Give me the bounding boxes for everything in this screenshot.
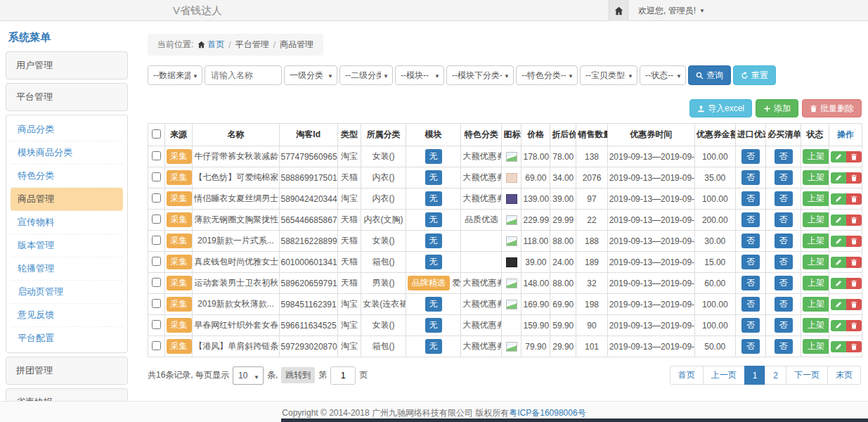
edit-button[interactable]	[831, 341, 846, 352]
page-number-input[interactable]	[330, 366, 356, 385]
user-menu[interactable]: 欢迎您, 管理员! ▼	[638, 5, 705, 17]
status-toggle[interactable]: 上架	[803, 255, 829, 269]
import-optimal-toggle[interactable]: 否	[741, 297, 760, 312]
row-checkbox[interactable]	[152, 257, 161, 266]
edit-button[interactable]	[831, 236, 846, 247]
page-2-button[interactable]: 2	[765, 366, 786, 385]
import-optimal-toggle[interactable]: 否	[741, 170, 760, 185]
row-checkbox[interactable]	[152, 215, 161, 224]
edit-button[interactable]	[831, 193, 846, 205]
status-toggle[interactable]: 上架	[803, 318, 829, 333]
must-buy-toggle[interactable]: 否	[775, 234, 793, 248]
breadcrumb-home-link[interactable]: 首页	[197, 39, 224, 51]
row-checkbox[interactable]	[152, 172, 161, 181]
delete-button[interactable]	[846, 341, 862, 352]
search-button[interactable]: 查询	[688, 65, 731, 85]
icp-link[interactable]: 粤ICP备16098006号	[509, 408, 585, 418]
must-buy-toggle[interactable]: 否	[775, 339, 793, 354]
edit-button[interactable]	[831, 278, 846, 289]
status-toggle[interactable]: 上架	[803, 339, 829, 354]
status-toggle[interactable]: 上架	[803, 170, 829, 185]
add-button[interactable]: 添加	[756, 99, 798, 117]
home-button[interactable]	[609, 0, 628, 21]
sidebar-item-version-management[interactable]: 版本管理	[11, 234, 123, 257]
module-none-badge[interactable]: 无	[425, 170, 442, 185]
status-toggle[interactable]: 上架	[803, 276, 829, 290]
import-optimal-toggle[interactable]: 否	[741, 255, 760, 269]
sidebar-item-splash-management[interactable]: 启动页管理	[11, 281, 123, 304]
edit-button[interactable]	[831, 215, 846, 226]
delete-button[interactable]	[846, 320, 862, 331]
sidebar-item-feedback[interactable]: 意见反馈	[11, 304, 123, 327]
prev-page-button[interactable]: 上一页	[703, 366, 745, 385]
import-optimal-toggle[interactable]: 否	[741, 191, 760, 206]
import-optimal-toggle[interactable]: 否	[741, 212, 760, 227]
sidebar-item-carousel-management[interactable]: 轮播管理	[11, 257, 123, 281]
page-size-select[interactable]: 10▼	[233, 366, 264, 385]
filter-status-select[interactable]: --状态--▼	[640, 65, 686, 85]
sidebar-item-module-goods-category[interactable]: 模块商品分类	[11, 141, 123, 165]
status-toggle[interactable]: 上架	[803, 234, 829, 248]
delete-button[interactable]	[846, 299, 862, 310]
must-buy-toggle[interactable]: 否	[775, 255, 793, 269]
module-none-badge[interactable]: 无	[425, 149, 442, 164]
module-none-badge[interactable]: 无	[425, 318, 442, 333]
must-buy-toggle[interactable]: 否	[775, 149, 793, 164]
last-page-button[interactable]: 末页	[827, 366, 861, 385]
batch-delete-button[interactable]: 批量删除	[802, 99, 862, 117]
row-checkbox[interactable]	[152, 193, 161, 203]
sidebar-item-goods-management[interactable]: 商品管理	[11, 188, 123, 211]
delete-button[interactable]	[846, 257, 862, 268]
filter-level2-category-select[interactable]: --二级分类--▼	[339, 65, 393, 85]
module-none-badge[interactable]: 无	[425, 255, 442, 269]
select-all-checkbox[interactable]	[152, 129, 161, 139]
row-checkbox[interactable]	[152, 151, 161, 160]
filter-module-select[interactable]: --模块--▼	[395, 65, 444, 85]
status-toggle[interactable]: 上架	[803, 212, 829, 227]
filter-level1-category-select[interactable]: 一级分类▼	[284, 65, 337, 85]
reset-button[interactable]: 重置	[733, 65, 776, 85]
row-checkbox[interactable]	[152, 236, 161, 245]
status-toggle[interactable]: 上架	[803, 191, 829, 206]
sidebar-item-user-management[interactable]: 用户管理	[6, 51, 128, 79]
must-buy-toggle[interactable]: 否	[775, 297, 793, 312]
module-none-badge[interactable]: 无	[425, 297, 442, 312]
delete-button[interactable]	[846, 151, 862, 162]
jump-button[interactable]: 跳转到	[281, 367, 315, 383]
filter-module-sub-select[interactable]: --模块下分类--▼	[446, 65, 514, 85]
row-checkbox[interactable]	[152, 320, 161, 329]
filter-data-source-select[interactable]: --数据来源--▼	[148, 65, 202, 85]
import-optimal-toggle[interactable]: 否	[741, 339, 760, 354]
import-optimal-toggle[interactable]: 否	[741, 149, 760, 164]
page-1-button[interactable]: 1	[744, 366, 766, 385]
import-optimal-toggle[interactable]: 否	[741, 234, 760, 248]
must-buy-toggle[interactable]: 否	[775, 191, 793, 206]
row-checkbox[interactable]	[152, 299, 161, 308]
row-checkbox[interactable]	[152, 278, 161, 287]
import-excel-button[interactable]: 导入excel	[689, 99, 752, 117]
delete-button[interactable]	[846, 172, 862, 184]
module-brand-badge[interactable]: 品牌精选	[408, 276, 450, 290]
module-none-badge[interactable]: 无	[425, 234, 442, 248]
edit-button[interactable]	[831, 257, 846, 268]
row-checkbox[interactable]	[152, 341, 161, 350]
module-none-badge[interactable]: 无	[425, 212, 442, 227]
module-none-badge[interactable]: 无	[425, 191, 442, 206]
breadcrumb-platform[interactable]: 平台管理	[235, 39, 269, 51]
sidebar-item-platform-config[interactable]: 平台配置	[11, 327, 123, 350]
next-page-button[interactable]: 下一页	[786, 366, 828, 385]
status-toggle[interactable]: 上架	[803, 297, 829, 312]
must-buy-toggle[interactable]: 否	[775, 212, 793, 227]
import-optimal-toggle[interactable]: 否	[741, 276, 760, 290]
delete-button[interactable]	[846, 193, 862, 205]
import-optimal-toggle[interactable]: 否	[741, 318, 760, 333]
delete-button[interactable]	[846, 278, 862, 289]
sidebar-item-group-buy[interactable]: 拼团管理	[6, 357, 128, 385]
must-buy-toggle[interactable]: 否	[775, 318, 793, 333]
delete-button[interactable]	[846, 215, 862, 226]
must-buy-toggle[interactable]: 否	[775, 170, 793, 185]
edit-button[interactable]	[831, 320, 846, 331]
sidebar-item-discount-news[interactable]: 省惠快报	[6, 388, 128, 401]
delete-button[interactable]	[846, 236, 862, 247]
filter-item-type-select[interactable]: --宝贝类型--▼	[580, 65, 637, 85]
